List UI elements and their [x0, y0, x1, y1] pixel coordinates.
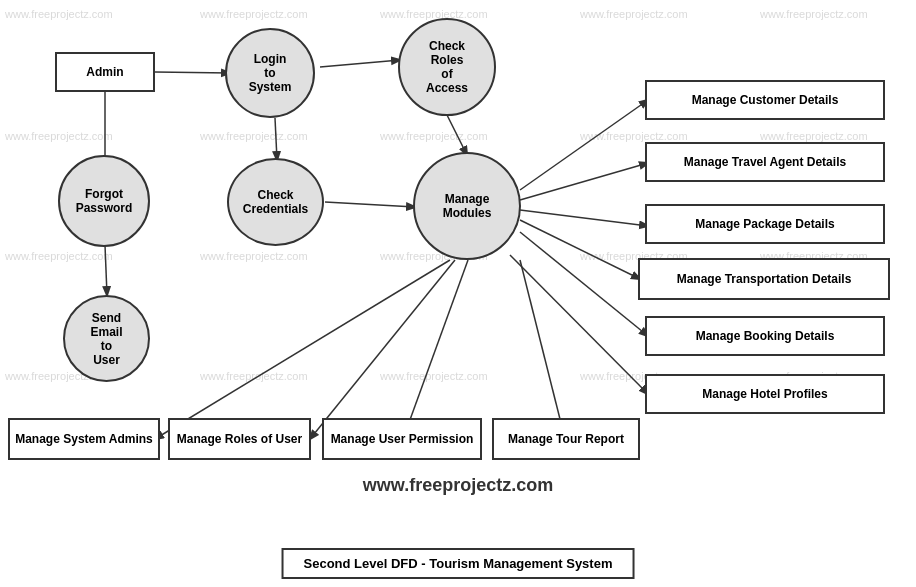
watermark: www.freeprojectz.com	[200, 370, 308, 382]
manage-package-details-box: Manage Package Details	[645, 204, 885, 244]
svg-line-10	[520, 260, 565, 439]
manage-package-details-label: Manage Package Details	[695, 217, 834, 231]
send-email-circle: SendEmailtoUser	[63, 295, 150, 382]
manage-hotel-box: Manage Hotel Profiles	[645, 374, 885, 414]
watermark: www.freeprojectz.com	[200, 8, 308, 20]
svg-line-7	[155, 260, 450, 439]
website-label: www.freeprojectz.com	[363, 475, 553, 496]
watermark: www.freeprojectz.com	[5, 8, 113, 20]
manage-tour-report-label: Manage Tour Report	[508, 432, 624, 446]
svg-line-9	[403, 260, 468, 439]
svg-line-13	[520, 210, 648, 226]
svg-line-16	[510, 255, 648, 394]
svg-line-0	[155, 72, 230, 73]
svg-line-11	[520, 100, 648, 190]
check-credentials-label: CheckCredentials	[243, 188, 308, 216]
login-circle: LogintoSystem	[225, 28, 315, 118]
svg-line-15	[520, 232, 648, 336]
manage-modules-label: ManageModules	[443, 192, 492, 220]
svg-line-6	[105, 245, 107, 295]
manage-booking-box: Manage Booking Details	[645, 316, 885, 356]
svg-line-14	[520, 220, 640, 279]
manage-transportation-box: Manage Transportation Details	[638, 258, 890, 300]
manage-tour-report-box: Manage Tour Report	[492, 418, 640, 460]
manage-travel-agent-label: Manage Travel Agent Details	[684, 155, 846, 169]
admin-box: Admin	[55, 52, 155, 92]
svg-line-12	[520, 163, 648, 200]
check-roles-circle: CheckRolesofAccess	[398, 18, 496, 116]
svg-line-8	[310, 260, 455, 439]
admin-label: Admin	[86, 65, 123, 79]
watermark: www.freeprojectz.com	[380, 370, 488, 382]
manage-hotel-label: Manage Hotel Profiles	[702, 387, 827, 401]
check-credentials-circle: CheckCredentials	[227, 158, 324, 246]
svg-line-3	[447, 115, 467, 155]
forgot-password-label: ForgotPassword	[76, 187, 133, 215]
watermark: www.freeprojectz.com	[580, 130, 688, 142]
manage-roles-user-label: Manage Roles of User	[177, 432, 302, 446]
check-roles-label: CheckRolesofAccess	[426, 39, 468, 95]
send-email-label: SendEmailtoUser	[90, 311, 122, 367]
watermark: www.freeprojectz.com	[5, 130, 113, 142]
watermark: www.freeprojectz.com	[200, 250, 308, 262]
forgot-password-circle: ForgotPassword	[58, 155, 150, 247]
watermark: www.freeprojectz.com	[380, 130, 488, 142]
manage-customer-details-label: Manage Customer Details	[692, 93, 839, 107]
manage-transportation-label: Manage Transportation Details	[677, 272, 852, 286]
footer-label: Second Level DFD - Tourism Management Sy…	[282, 548, 635, 579]
manage-travel-agent-box: Manage Travel Agent Details	[645, 142, 885, 182]
svg-line-4	[320, 60, 400, 67]
manage-system-admins-box: Manage System Admins	[8, 418, 160, 460]
manage-modules-circle: ManageModules	[413, 152, 521, 260]
manage-customer-details-box: Manage Customer Details	[645, 80, 885, 120]
watermark: www.freeprojectz.com	[200, 130, 308, 142]
login-label: LogintoSystem	[249, 52, 292, 94]
manage-user-permission-box: Manage User Permission	[322, 418, 482, 460]
manage-roles-user-box: Manage Roles of User	[168, 418, 311, 460]
diagram-container: www.freeprojectz.com www.freeprojectz.co…	[0, 0, 916, 587]
manage-user-permission-label: Manage User Permission	[331, 432, 474, 446]
manage-system-admins-label: Manage System Admins	[15, 432, 153, 446]
watermark: www.freeprojectz.com	[380, 8, 488, 20]
watermark: www.freeprojectz.com	[580, 8, 688, 20]
svg-line-5	[325, 202, 415, 207]
manage-booking-label: Manage Booking Details	[696, 329, 835, 343]
svg-line-2	[275, 118, 277, 160]
watermark: www.freeprojectz.com	[760, 130, 868, 142]
watermark: www.freeprojectz.com	[760, 8, 868, 20]
watermark: www.freeprojectz.com	[5, 250, 113, 262]
